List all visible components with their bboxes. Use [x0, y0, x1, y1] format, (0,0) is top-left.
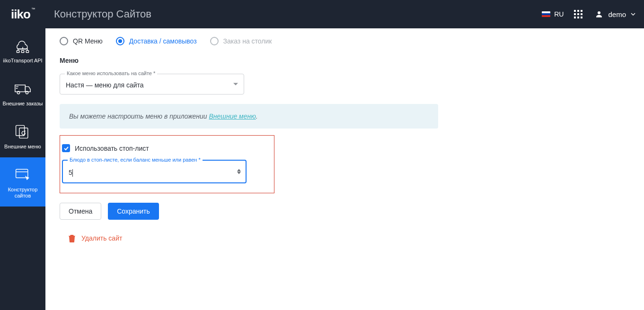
action-buttons: Отмена Сохранить	[60, 203, 485, 220]
section-title-menu: Меню	[60, 57, 485, 64]
delete-site-label: Удалить сайт	[81, 234, 122, 242]
delete-site-button[interactable]: Удалить сайт	[68, 234, 485, 242]
info-banner: Вы можете настроить меню в приложении Вн…	[60, 104, 438, 129]
stepper-down-icon[interactable]	[237, 172, 241, 174]
truck-icon	[12, 80, 33, 97]
menu-select-label: Какое меню использовать на сайте *	[65, 70, 157, 76]
cancel-button[interactable]: Отмена	[60, 203, 101, 220]
sidebar-item-label: Внешние заказы	[3, 101, 43, 107]
sidebar: iikoTransport API Внешние заказы Внешние…	[0, 28, 45, 310]
tab-table-order: Заказ на столик	[210, 37, 272, 45]
stoplist-checkbox[interactable]: Использовать стоп-лист	[62, 144, 265, 152]
sidebar-item-site-builder[interactable]: Конструктор сайтов	[0, 157, 45, 207]
menu-select-value: Настя — меню для сайта	[66, 81, 144, 89]
site-builder-icon	[12, 166, 33, 183]
radio-icon	[116, 37, 124, 45]
svg-point-0	[598, 11, 600, 14]
chevron-down-icon	[631, 12, 635, 17]
sidebar-item-label: Внешние меню	[4, 144, 41, 150]
tab-delivery[interactable]: Доставка / самовывоз	[116, 37, 197, 45]
sidebar-item-external-menus[interactable]: Внешние меню	[0, 114, 45, 157]
checkbox-checked-icon	[62, 144, 70, 152]
radio-icon	[60, 37, 68, 45]
sidebar-item-external-orders[interactable]: Внешние заказы	[0, 71, 45, 114]
scroll-area[interactable]: QR Меню Доставка / самовывоз Заказ на ст…	[45, 28, 644, 310]
user-icon	[595, 10, 603, 18]
stepper-up-icon[interactable]	[237, 169, 241, 172]
tab-qr-menu[interactable]: QR Меню	[60, 37, 103, 45]
tabs: QR Меню Доставка / самовывоз Заказ на ст…	[60, 37, 485, 45]
highlight-box: Использовать стоп-лист Блюдо в стоп-лист…	[60, 135, 274, 193]
tab-label: Доставка / самовывоз	[129, 37, 197, 45]
sidebar-item-label: Конструктор сайтов	[2, 187, 44, 199]
text-cursor	[72, 169, 73, 177]
language-label: RU	[554, 10, 564, 18]
svg-rect-2	[21, 51, 24, 53]
language-switch[interactable]: RU	[542, 10, 564, 18]
logo-cell: iiko™	[0, 0, 45, 28]
tab-label: QR Меню	[73, 37, 103, 45]
external-menus-link[interactable]: Внешние меню	[209, 112, 256, 120]
number-stepper[interactable]	[237, 169, 241, 174]
docs-sync-icon	[12, 123, 33, 140]
save-button[interactable]: Сохранить	[108, 203, 159, 220]
cloud-api-icon	[12, 37, 33, 54]
info-banner-text: Вы можете настроить меню в приложении	[69, 112, 209, 120]
topbar: iiko™ Конструктор Сайтов RU demo	[0, 0, 644, 28]
radio-icon	[210, 37, 219, 45]
logo: iiko™	[11, 7, 35, 22]
sidebar-item-transport-api[interactable]: iikoTransport API	[0, 28, 45, 71]
flag-ru-icon	[542, 11, 550, 17]
stoplist-checkbox-label: Использовать стоп-лист	[75, 145, 149, 152]
menu-select[interactable]: Какое меню использовать на сайте * Настя…	[60, 74, 244, 95]
main: QR Меню Доставка / самовывоз Заказ на ст…	[45, 28, 644, 310]
svg-rect-8	[19, 128, 28, 138]
page-title: Конструктор Сайтов	[54, 8, 151, 20]
user-menu[interactable]: demo	[595, 10, 635, 18]
svg-rect-7	[16, 125, 25, 136]
svg-rect-3	[26, 51, 28, 53]
stoplist-threshold-value: 5	[69, 169, 73, 176]
apps-grid-icon[interactable]	[574, 10, 582, 18]
svg-rect-1	[17, 51, 19, 53]
stoplist-threshold-label: Блюдо в стоп-листе, если баланс меньше и…	[68, 157, 203, 163]
stoplist-threshold-field[interactable]: Блюдо в стоп-листе, если баланс меньше и…	[62, 160, 247, 183]
trash-icon	[68, 234, 76, 242]
tab-label: Заказ на столик	[223, 37, 272, 45]
dropdown-caret-icon	[233, 83, 238, 86]
sidebar-item-label: iikoTransport API	[3, 58, 42, 64]
user-name: demo	[608, 10, 626, 18]
